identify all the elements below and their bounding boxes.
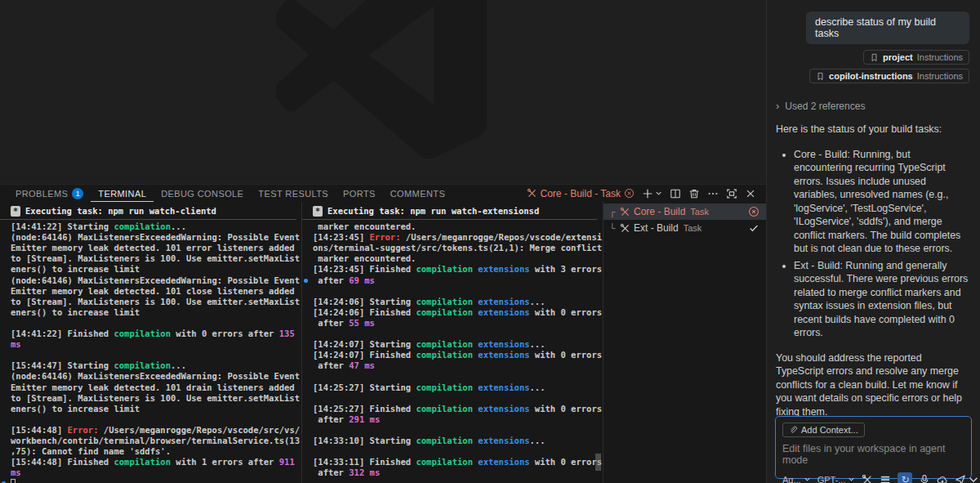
- panel-tab-test-results[interactable]: TEST RESULTS: [251, 185, 336, 202]
- tab-label: PROBLEMS: [16, 189, 68, 199]
- panel-tab-problems[interactable]: PROBLEMS1: [8, 185, 91, 202]
- terminal-line: [14:41:22] Starting compilation...: [0, 221, 301, 232]
- tools-icon[interactable]: [862, 474, 873, 483]
- attachment-chips: projectInstructionscopilot-instructionsI…: [767, 50, 969, 83]
- bookmark-icon: [870, 53, 879, 62]
- terminal-label: Core - Build: [634, 206, 685, 217]
- terminal-line: [0, 478, 301, 483]
- maximize-panel-button[interactable]: [726, 188, 737, 199]
- panel-tab-ports[interactable]: PORTS: [336, 185, 383, 202]
- used-references-toggle[interactable]: › Used 2 references: [776, 100, 980, 112]
- tab-label: COMMENTS: [390, 189, 445, 199]
- terminal-line: [15:44:48] Error: /Users/meganrogge/Repo…: [0, 425, 301, 436]
- split-terminal-button[interactable]: [670, 188, 681, 199]
- terminal-line: [14:23:45] Finished compilation extensio…: [302, 264, 602, 275]
- tab-label: TERMINAL: [98, 189, 146, 199]
- error-circle-icon: [624, 188, 635, 199]
- terminal-line: marker encountered.: [302, 253, 602, 264]
- attachment-name: copilot-instructions: [829, 71, 913, 81]
- terminal-line: after 69 ms: [302, 275, 602, 286]
- terminal-line: to [Stream]. MaxListeners is 100. Use em…: [0, 297, 301, 307]
- terminal-line: [14:24:06] Starting compilation extensio…: [302, 297, 602, 307]
- terminal-left-title: *Executing task: npm run watch-clientd: [0, 206, 296, 220]
- panel-tab-debug-console[interactable]: DEBUG CONSOLE: [154, 185, 251, 202]
- terminal-line: [14:24:07] Starting compilation extensio…: [302, 339, 602, 350]
- chat-input-toolbar: Ag... GPT-... ↻: [782, 472, 964, 483]
- terminal-line: after 55 ms: [302, 318, 602, 329]
- terminal-line: [14:25:27] Starting compilation extensio…: [302, 382, 602, 393]
- terminal-line: ,75): Cannot find name 'sddfs'.: [0, 446, 301, 457]
- terminal-list-item-core-build[interactable]: ┌Core - BuildTask: [604, 203, 766, 220]
- problems-count-badge: 1: [72, 188, 83, 199]
- terminal-line: ms: [0, 339, 301, 350]
- attachment-name: project: [883, 52, 913, 62]
- tools-icon: [620, 207, 630, 217]
- panel-tab-comments[interactable]: COMMENTS: [383, 185, 452, 202]
- paperclip-icon: [789, 426, 797, 434]
- response-bullet: Ext - Build: Running and generally succe…: [794, 259, 970, 340]
- active-task-label: Core - Build - Task: [541, 188, 621, 199]
- terminal-scrollbar[interactable]: [595, 454, 601, 471]
- terminal-list-item-ext-build[interactable]: └Ext - BuildTask: [604, 220, 766, 236]
- attachment-chip-copilot-instructions[interactable]: copilot-instructionsInstructions: [809, 69, 969, 83]
- chevron-down-icon: [848, 476, 855, 483]
- terminal-kind-label: Task: [684, 223, 702, 233]
- input-action-icons: ↻: [862, 472, 979, 483]
- list-icon[interactable]: [880, 474, 891, 483]
- sync-toggle[interactable]: ↻: [898, 472, 912, 483]
- close-panel-button[interactable]: [745, 188, 756, 199]
- send-icon: [955, 474, 966, 483]
- terminal-line: Emitter memory leak detected. 101 error …: [0, 243, 301, 253]
- response-bullet: Core - Build: Running, but encountering …: [794, 148, 970, 256]
- chevron-down-icon: [804, 476, 811, 483]
- add-terminal-button[interactable]: [642, 188, 653, 199]
- terminal-cursor: [11, 479, 16, 483]
- panel-tab-terminal[interactable]: TERMINAL: [91, 185, 154, 202]
- vscode-logo-watermark: [276, 0, 487, 159]
- attachment-chip-project[interactable]: projectInstructions: [863, 50, 969, 65]
- chevron-right-icon: ›: [776, 100, 779, 112]
- mode-picker[interactable]: Ag...: [782, 475, 811, 483]
- mic-icon[interactable]: [919, 474, 930, 483]
- terminal-line: Emitter memory leak detected. 101 drain …: [0, 382, 301, 393]
- send-button[interactable]: [955, 474, 979, 483]
- tab-label: TEST RESULTS: [258, 189, 328, 199]
- terminal-line: [15:44:47] Starting compilation...: [0, 360, 301, 371]
- terminal-line: [14:33:10] Starting compilation extensio…: [302, 436, 602, 446]
- tab-label: PORTS: [343, 189, 376, 199]
- more-actions-button[interactable]: [707, 188, 719, 199]
- terminal-line: (node:64146) MaxListenersExceededWarning…: [0, 275, 301, 286]
- terminal-line: [14:23:45] Error: /Users/meganrogge/Repo…: [302, 232, 602, 243]
- command-decoration-dot[interactable]: [304, 279, 308, 283]
- terminal-line: (node:64146) MaxListenersExceededWarning…: [0, 232, 301, 243]
- tree-guide: ┌: [609, 207, 617, 217]
- terminal-line: [0, 350, 301, 360]
- tab-label: DEBUG CONSOLE: [161, 189, 243, 199]
- terminal-left-output: [14:41:22] Starting compilation...(node:…: [0, 221, 301, 483]
- terminal-line: after 291 ms: [302, 414, 602, 425]
- terminal-line: workbench/contrib/terminal/browser/termi…: [0, 436, 301, 446]
- cloud-icon[interactable]: [937, 474, 948, 483]
- terminal-line: [14:41:22] Finished compilation with 0 e…: [0, 329, 301, 339]
- terminal-right[interactable]: *Executing task: npm run watch-extension…: [302, 202, 602, 483]
- terminal-line: eners() to increase limit: [0, 264, 301, 275]
- terminal-line: after 312 ms: [302, 467, 602, 478]
- chat-input[interactable]: Edit files in your workspace in agent mo…: [782, 443, 964, 466]
- terminal-line: [14:24:07] Finished compilation extensio…: [302, 350, 602, 360]
- chat-input-box[interactable]: Add Context... Edit files in your worksp…: [775, 416, 972, 479]
- model-picker[interactable]: GPT-...: [817, 475, 856, 483]
- chevron-down-icon[interactable]: [655, 190, 662, 197]
- tools-icon: [527, 188, 537, 199]
- active-task-tab[interactable]: Core - Build - Task: [527, 188, 635, 199]
- copilot-chat-sidebar: describe status of my build tasks projec…: [766, 0, 980, 483]
- terminal-right-title: *Executing task: npm run watch-extension…: [302, 206, 597, 220]
- assistant-response: Here is the status of your build tasks: …: [776, 123, 970, 442]
- check-icon: [748, 222, 760, 234]
- terminal-left[interactable]: *Executing task: npm run watch-clientd […: [0, 202, 301, 483]
- task-running-badge: *: [11, 206, 20, 217]
- panel-header: PROBLEMS1TERMINALDEBUG CONSOLETEST RESUL…: [0, 184, 766, 202]
- add-context-button[interactable]: Add Context...: [782, 423, 865, 437]
- kill-terminal-button[interactable]: [688, 188, 700, 199]
- terminal-line: [302, 371, 602, 382]
- terminal-label: Ext - Build: [634, 222, 679, 234]
